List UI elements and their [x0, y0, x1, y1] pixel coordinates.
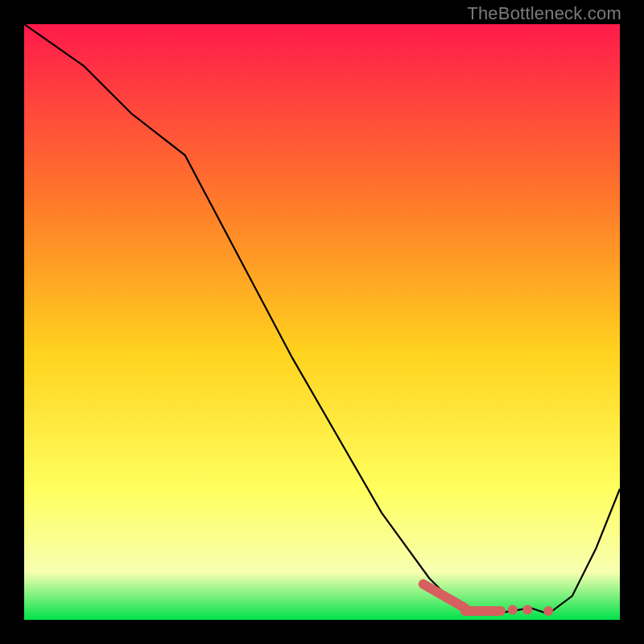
chart-frame: TheBottleneck.com	[0, 0, 644, 644]
marker-dot-3	[543, 606, 553, 616]
marker-dot-2	[522, 605, 532, 614]
watermark-text: TheBottleneck.com	[467, 3, 621, 24]
plot-area	[24, 24, 620, 620]
marker-dot-1	[508, 605, 518, 614]
gradient-background	[24, 24, 620, 620]
chart-svg	[24, 24, 620, 620]
